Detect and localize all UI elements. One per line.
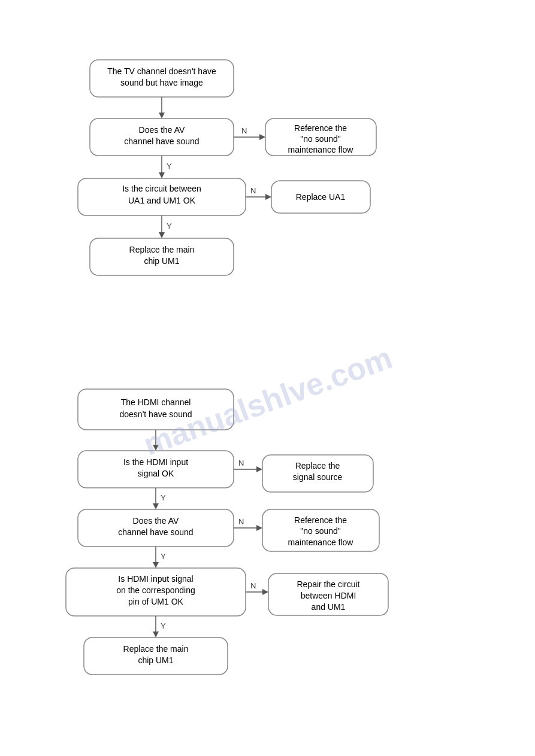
d1-box2-line3: maintenance flow [288,145,354,154]
d2-box3-line2: channel have sound [118,527,193,537]
d2-label-y2: Y [161,552,166,561]
d1-box2-line1: Reference the [294,123,347,133]
d2-box6-line1: Repair the circuit [297,579,359,589]
svg-marker-24 [153,503,159,509]
svg-marker-5 [259,134,265,140]
svg-marker-14 [159,232,165,238]
d1-box3-line1: Is the circuit between [122,184,201,193]
svg-marker-18 [153,445,159,451]
page-container: manualshlve.com The TV channel doesn't h… [0,0,535,756]
d1-label-y1: Y [167,162,172,171]
svg-marker-21 [256,466,262,472]
d2-box2-line2: signal source [293,472,343,482]
d2-box1-line1: Is the HDMI input [123,457,188,467]
d1-box4: Replace UA1 [296,192,346,202]
d1-box1-line1: Does the AV [139,125,185,135]
d1-label-y2: Y [167,221,172,230]
d2-box4-line2: "no sound" [300,526,341,536]
d2-label-y3: Y [161,621,166,630]
d1-box5-line2: chip UM1 [144,256,179,266]
d2-box6-line3: and UM1 [312,602,346,612]
svg-marker-36 [153,631,159,637]
d1-title-line1: The TV channel doesn't have [107,66,216,76]
d2-box4-line1: Reference the [294,515,347,525]
d1-label-n1: N [241,126,247,135]
svg-marker-11 [265,194,271,200]
diagram1-svg: The TV channel doesn't have sound but ha… [0,24,535,371]
svg-marker-30 [153,562,159,568]
d1-title-line2: sound but have image [120,78,203,87]
d2-box5-line2: on the corresponding [116,585,195,595]
d2-box4-line3: maintenance flow [288,538,354,547]
d2-box6-line2: between HDMI [301,591,356,600]
d1-box2-line2: "no sound" [300,134,341,144]
d2-box5-line3: pin of UM1 OK [128,597,183,606]
diagram2-svg: The HDMI channel doesn't have sound Is t… [0,371,535,756]
d2-box5-line1: Is HDMI input signal [118,574,193,584]
d2-label-y1: Y [161,493,166,502]
d1-box1-line2: channel have sound [124,136,199,146]
d2-title-line1: The HDMI channel [121,397,191,407]
d2-label-n2: N [238,517,244,526]
d2-title-line2: doesn't have sound [120,409,192,419]
d2-label-n1: N [238,459,244,467]
d1-box3-line2: UA1 and UM1 OK [128,196,196,205]
svg-marker-33 [262,589,268,595]
d2-box7-line2: chip UM1 [138,655,173,665]
svg-marker-27 [256,525,262,531]
d2-box7-line1: Replace the main [123,644,189,654]
svg-marker-2 [159,113,165,119]
d2-box1-line2: signal OK [138,469,174,478]
d2-label-n3: N [250,581,256,590]
d1-box5-line1: Replace the main [129,245,195,254]
d2-box2-line1: Replace the [295,461,340,470]
d1-label-n2: N [250,186,256,195]
d2-box3-line1: Does the AV [133,516,179,526]
svg-marker-8 [159,172,165,178]
